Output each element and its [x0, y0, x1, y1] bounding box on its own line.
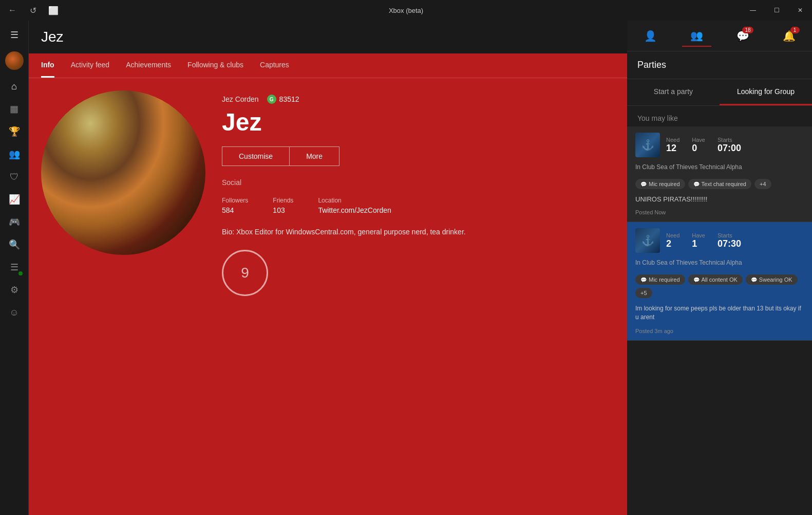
tag-text-chat-1: 💬Text chat required	[688, 179, 751, 189]
minimize-button[interactable]: —	[741, 0, 765, 21]
gamertag-row: Jez Corden G 83512	[222, 95, 615, 104]
main-layout: ☰ ⌂ ▦ 🏆 👥 🛡 📈 🎮 🔍 ☰ ⚙ ☺ Jez Info Activit…	[0, 21, 812, 515]
you-may-like-label: You may like	[627, 106, 812, 126]
location-stat: Location Twitter.com/JezCorden	[318, 197, 391, 214]
tag-plus-1: +4	[754, 179, 771, 189]
sidebar-item-search[interactable]: 🔍	[4, 234, 25, 255]
parties-icon: 👥	[690, 29, 703, 42]
right-panel-nav: 👤 👥 💬 18 🔔 1	[627, 21, 812, 51]
sidebar-item-store[interactable]: ▦	[4, 99, 25, 119]
tag-mic-required-1: 💬Mic required	[635, 179, 685, 189]
snap-button[interactable]: ⬜	[45, 2, 62, 19]
gamertag-name: Jez Corden	[222, 95, 259, 103]
titlebar: ← ↺ ⬜ Xbox (beta) — ☐ ✕	[0, 0, 812, 21]
need-value-2: 2	[666, 238, 679, 249]
profile-body: Jez Corden G 83512 Jez Customise More So…	[29, 78, 627, 515]
titlebar-controls: — ☐ ✕	[741, 0, 812, 21]
lfg-starts-2: Starts 07:30	[717, 232, 741, 249]
sidebar-item-feedback[interactable]: ☺	[4, 302, 25, 323]
nav-parties-icon[interactable]: 👥	[682, 25, 711, 47]
lfg-club-2: In Club Sea of Thieves Technical Alpha	[627, 259, 812, 270]
lfg-tags-1: 💬Mic required 💬Text chat required +4	[627, 175, 812, 193]
sidebar-item-games[interactable]: 🎮	[4, 212, 25, 232]
lfg-post-title-1: UNIROS PIRATAS!!!!!!!!!	[627, 193, 812, 207]
starts-value-1: 07:00	[717, 143, 741, 154]
friends-label: Friends	[273, 197, 293, 204]
nav-notifications-icon[interactable]: 🔔 1	[775, 26, 804, 46]
more-button[interactable]: More	[289, 146, 339, 166]
lfg-need-1: Need 12	[666, 137, 679, 154]
start-party-button[interactable]: Start a party	[627, 79, 720, 105]
titlebar-left: ← ↺ ⬜	[4, 2, 62, 19]
lfg-stats-2: Need 2 Have 1 Starts 07:30	[666, 232, 804, 249]
titlebar-title: Xbox (beta)	[389, 7, 423, 14]
sidebar-item-social[interactable]: 👥	[4, 144, 25, 164]
refresh-button[interactable]: ↺	[25, 2, 41, 19]
nav-activity[interactable]: Activity feed	[71, 53, 109, 78]
profile-info: Jez Corden G 83512 Jez Customise More So…	[222, 90, 615, 503]
lfg-card-1-header: Need 12 Have 0 Starts 07:00	[627, 126, 812, 163]
bio-text: Bio: Xbox Editor for WindowsCentral.com,…	[222, 227, 615, 237]
close-button[interactable]: ✕	[788, 0, 812, 21]
status-dot	[18, 271, 23, 275]
avatar-image-main	[41, 90, 205, 255]
lfg-card-2[interactable]: Need 2 Have 1 Starts 07:30 In Club Sea o…	[627, 222, 812, 341]
sidebar-item-settings[interactable]: ⚙	[4, 280, 25, 300]
profile-header: Jez	[29, 21, 627, 53]
nav-achievements[interactable]: Achievements	[126, 53, 171, 78]
nav-captures[interactable]: Captures	[260, 53, 289, 78]
sidebar-item-status[interactable]: ☰	[4, 257, 25, 278]
lfg-stats-1: Need 12 Have 0 Starts 07:00	[666, 137, 804, 154]
starts-label-1: Starts	[717, 137, 741, 143]
lfg-starts-1: Starts 07:00	[717, 137, 741, 154]
social-stats: Followers 584 Friends 103 Location Twitt…	[222, 197, 615, 214]
messages-badge: 18	[742, 27, 753, 33]
need-label-1: Need	[666, 137, 679, 143]
achievement-badge: 9	[222, 250, 268, 296]
tag-all-content-2: 💬All content OK	[688, 274, 743, 285]
followers-value: 584	[222, 206, 248, 214]
location-label: Location	[318, 197, 391, 204]
followers-label: Followers	[222, 197, 248, 204]
avatar-image	[5, 51, 24, 70]
lfg-have-2: Have 1	[692, 232, 705, 249]
tag-swearing-2: 💬Swearing OK	[746, 274, 798, 285]
friends-stat: Friends 103	[273, 197, 293, 214]
friends-icon: 👤	[644, 30, 657, 42]
customise-button[interactable]: Customise	[222, 146, 289, 166]
sidebar-item-achievements[interactable]: 🏆	[4, 121, 25, 142]
page-title: Jez	[41, 29, 64, 45]
parties-actions: Start a party Looking for Group	[627, 79, 812, 106]
gamerscore: G 83512	[267, 95, 299, 104]
have-label-2: Have	[692, 232, 705, 238]
lfg-post-body-2: Im looking for some peeps pls be older t…	[627, 302, 812, 326]
parties-header: Parties	[627, 51, 812, 79]
nav-info[interactable]: Info	[41, 53, 54, 78]
lfg-card-1[interactable]: Need 12 Have 0 Starts 07:00 In Club Sea …	[627, 126, 812, 222]
profile-avatar	[41, 90, 205, 255]
nav-messages-icon[interactable]: 💬 18	[728, 26, 758, 46]
lfg-post-time-1: Posted Now	[627, 207, 812, 222]
achievement-number: 9	[241, 265, 249, 281]
lfg-club-1: In Club Sea of Thieves Technical Alpha	[627, 163, 812, 175]
back-button[interactable]: ←	[4, 2, 21, 19]
hamburger-menu[interactable]: ☰	[4, 25, 25, 45]
location-value: Twitter.com/JezCorden	[318, 206, 391, 214]
looking-for-group-button[interactable]: Looking for Group	[720, 79, 812, 105]
sidebar-item-clubs[interactable]: 🛡	[4, 167, 25, 187]
followers-stat: Followers 584	[222, 197, 248, 214]
lfg-card-2-header: Need 2 Have 1 Starts 07:30	[627, 222, 812, 259]
need-label-2: Need	[666, 232, 679, 238]
user-avatar-sidebar[interactable]	[5, 51, 24, 70]
sidebar-item-trending[interactable]: 📈	[4, 189, 25, 210]
have-value-1: 0	[692, 143, 705, 154]
lfg-game-thumb-1	[635, 133, 660, 157]
sidebar-item-home[interactable]: ⌂	[4, 76, 25, 97]
maximize-button[interactable]: ☐	[765, 0, 788, 21]
have-value-2: 1	[692, 238, 705, 249]
lfg-post-time-2: Posted 3m ago	[627, 326, 812, 340]
lfg-game-thumb-2	[635, 228, 660, 253]
nav-friends-icon[interactable]: 👤	[636, 26, 665, 46]
nav-following[interactable]: Following & clubs	[187, 53, 243, 78]
lfg-tags-2: 💬Mic required 💬All content OK 💬Swearing …	[627, 270, 812, 302]
